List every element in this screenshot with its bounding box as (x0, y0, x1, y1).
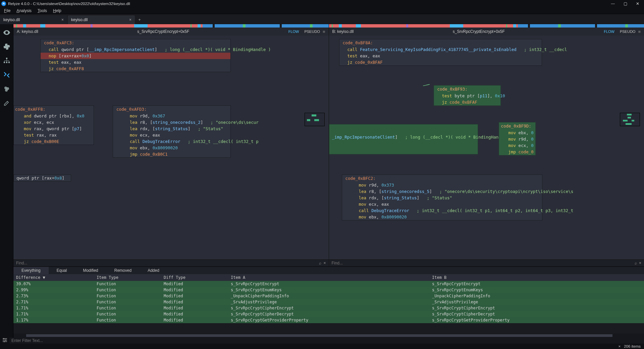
tab-add-button[interactable]: + (136, 15, 144, 24)
diff-tab-removed[interactable]: Removed (106, 267, 140, 274)
svg-rect-0 (6, 58, 7, 59)
code-line: call DebugTraceError ; int32_t __cdecl( … (113, 138, 230, 145)
code-line: lea rdx, [string_Status] ; "Status" (342, 195, 542, 201)
table-row[interactable]: 1.71%FunctionModifieds_SrvRpcCryptCipher… (13, 311, 644, 317)
code-line: mov r9d, 0x367 (113, 113, 230, 119)
col-diff-type[interactable]: Diff Type (161, 274, 228, 281)
tab-close-icon[interactable]: × (129, 17, 131, 22)
app-logo-icon: R (1, 1, 6, 6)
pane-b-function: s_SrvRpcCryptEncrypt+0x5F (354, 29, 604, 34)
minimize-icon[interactable]: — (611, 1, 615, 6)
segment-map-b[interactable] (329, 24, 518, 28)
diff-panel: Everything Equal Modified Removed Added … (13, 266, 644, 338)
title-bar: R Relyze 4.0.0 - C:\Users\steve\Desktop\… (0, 0, 644, 7)
search-icon[interactable]: ⌕ (635, 261, 637, 265)
code-line: test byte ptr [p11], 0x10 (434, 93, 500, 99)
flow-canvas-a[interactable]: code_0xAFC3: call qword ptr [__imp_RpcIm… (13, 36, 329, 259)
pane-b-label: B: keyiso.dll (332, 29, 354, 34)
tab-keyiso-2[interactable]: keyiso.dll × (68, 15, 135, 24)
svg-point-9 (4, 341, 5, 342)
search-icon[interactable]: ⌕ (319, 261, 321, 265)
hierarchy-icon[interactable] (3, 57, 10, 64)
code-line: test eax, eax (41, 59, 230, 65)
tab-keyiso-1[interactable]: keyiso.dll × (0, 15, 67, 24)
pseudo-button[interactable]: PSEUDO (304, 30, 320, 34)
menu-tools[interactable]: Tools (35, 8, 50, 14)
menu-file[interactable]: File (1, 8, 13, 14)
table-row[interactable]: 2.71%FunctionModified_SrvAdjustPrivilege… (13, 299, 644, 305)
close-icon[interactable]: ✕ (636, 1, 639, 6)
col-item-b[interactable]: Item B (429, 274, 631, 281)
node-header: code_0xBF9D: (499, 122, 535, 130)
pseudo-button[interactable]: PSEUDO (620, 30, 635, 34)
find-input-b[interactable] (332, 261, 633, 265)
tab-label: keyiso.dll (3, 17, 20, 22)
plugin-icon[interactable] (3, 43, 10, 50)
pane-options-icon[interactable]: ≡ (323, 29, 325, 34)
node-header: code_0xAFF8: (14, 106, 94, 113)
segment-map-a[interactable] (13, 24, 203, 28)
flow-button[interactable]: FLOW (604, 30, 614, 34)
svg-point-6 (5, 89, 8, 92)
find-input-a[interactable] (16, 261, 317, 265)
scrollbar-horizontal[interactable] (13, 334, 644, 338)
tab-label: keyiso.dll (71, 17, 88, 22)
pane-options-icon[interactable]: ≡ (638, 29, 641, 34)
eye-icon[interactable] (3, 29, 10, 36)
edit-icon[interactable] (3, 99, 10, 107)
segment-map-b-2[interactable] (518, 24, 644, 28)
diff-icon[interactable] (3, 71, 10, 79)
node-afc3[interactable]: code_0xAFC3: call qword ptr [__imp_RpcIm… (40, 39, 231, 72)
find-bar-b: ⌕ × (329, 259, 644, 266)
code-line: mov rax, qword ptr [p7] (14, 126, 94, 132)
status-close-icon[interactable]: × (618, 344, 621, 348)
filter-input[interactable] (9, 338, 644, 344)
diff-headers[interactable]: Difference ▼ Item Type Diff Type Item A … (13, 274, 644, 281)
minimap[interactable] (620, 113, 640, 126)
node-bf9d[interactable]: code_0xBF9D: mov ebx, 0 mov r9d, 0 mov e… (499, 122, 536, 155)
table-row[interactable]: 39.07%FunctionModifieds_SrvRpcCryptEncry… (13, 281, 644, 287)
pane-b-header: B: keyiso.dll s_SrvRpcCryptEncrypt+0x5F … (329, 28, 644, 36)
minimap[interactable] (305, 113, 325, 126)
diff-rows[interactable]: 39.07%FunctionModifieds_SrvRpcCryptEncry… (13, 281, 644, 334)
col-item-a[interactable]: Item A (228, 274, 429, 281)
close-icon[interactable]: × (639, 261, 641, 265)
close-icon[interactable]: × (323, 261, 326, 265)
diff-tab-equal[interactable]: Equal (49, 267, 75, 274)
node-small[interactable]: qword ptr [rax+0x8] (13, 174, 71, 182)
segment-map-a-2[interactable] (203, 24, 329, 28)
settings-icon[interactable] (0, 338, 9, 344)
col-difference[interactable]: Difference ▼ (13, 274, 94, 281)
pane-a-label: A: keyiso.dll (17, 29, 38, 34)
svg-point-7 (3, 338, 4, 339)
node-big-green[interactable]: _imp_RpcImpersonateClient] ; long (__cde… (329, 124, 478, 154)
node-header: code_0xBF93: (434, 86, 500, 93)
code-line: mov ebx, 0x80090020 (342, 214, 542, 220)
menu-analysis[interactable]: Analysis (14, 8, 34, 14)
node-bf93[interactable]: code_0xBF93: test byte ptr [p11], 0x10 j… (434, 85, 501, 106)
code-line: mov ebx, 0x80090020 (113, 145, 230, 151)
node-afd3[interactable]: code_0xAFD3: mov r9d, 0x367 lea r8, [str… (113, 105, 231, 158)
table-row[interactable]: 2.73%FunctionModified_UnpackCipherPaddin… (13, 293, 644, 299)
maximize-icon[interactable]: ▢ (624, 1, 627, 6)
flow-canvas-b[interactable]: code_0xBF8A: call Feature_Servicing_KeyI… (329, 36, 644, 259)
table-row[interactable]: 1.17%FunctionModifieds_SrvRpcCryptGetPro… (13, 317, 644, 323)
flow-button[interactable]: FLOW (288, 30, 299, 34)
code-line: jz code_0xBFAF (434, 99, 500, 105)
menu-help[interactable]: Help (50, 8, 64, 14)
code-line: mov ecx, eax (113, 132, 230, 138)
node-bf8a[interactable]: code_0xBF8A: call Feature_Servicing_KeyI… (339, 39, 542, 66)
node-bfc2[interactable]: code_0xBFC2: mov r9d, 0x373 lea r8, [str… (342, 174, 542, 220)
node-aff8[interactable]: code_0xAFF8: and dword ptr [rbx], 0x0 xo… (13, 105, 94, 145)
node-header: code_0xAFC3: (41, 39, 230, 46)
diff-tab-added[interactable]: Added (140, 267, 167, 274)
footer: × 206 items (0, 338, 644, 349)
table-row[interactable]: 1.71%FunctionModifieds_SrvRpcCryptCipher… (13, 305, 644, 311)
table-row[interactable]: 2.99%FunctionModifieds_SrvRpcCryptEnumKe… (13, 287, 644, 293)
code-line: qword ptr [rax+0x8] (14, 175, 71, 181)
col-item-type[interactable]: Item Type (94, 274, 161, 281)
diff-tab-modified[interactable]: Modified (75, 267, 106, 274)
tab-close-icon[interactable]: × (61, 17, 64, 22)
layers-icon[interactable] (3, 85, 10, 93)
diff-tab-everything[interactable]: Everything (13, 267, 49, 274)
